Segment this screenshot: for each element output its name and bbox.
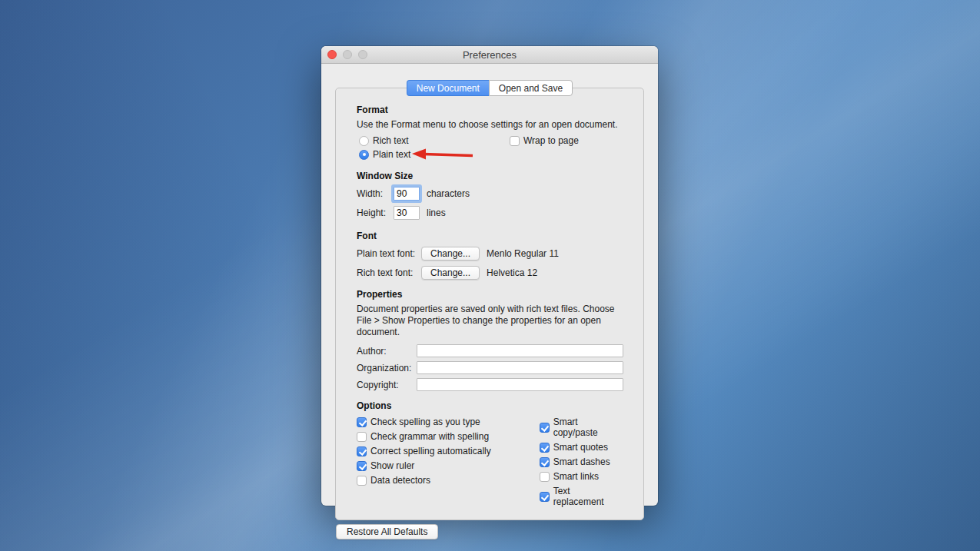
tab-new-document[interactable]: New Document [407,80,489,96]
text-replacement-label: Text replacement [553,486,623,507]
data-detectors-label: Data detectors [370,475,430,486]
checkbox-icon[interactable] [540,423,550,433]
organization-input[interactable] [417,361,623,374]
width-input[interactable] [394,187,420,201]
radio-rich-text[interactable]: Rich text [359,135,510,146]
options-columns: Check spelling as you type Check grammar… [357,417,623,507]
change-rich-font-button[interactable]: Change... [421,266,480,280]
properties-description: Document properties are saved only with … [357,304,623,338]
wrap-to-page-checkbox-icon[interactable] [510,136,520,146]
window-title: Preferences [321,46,658,63]
width-label: Width: [357,188,394,199]
copyright-label: Copyright: [357,380,417,390]
correct-spelling-label: Correct spelling automatically [370,446,491,456]
checkbox-icon[interactable] [540,472,550,482]
checkbox-icon[interactable] [540,443,550,453]
check-spelling-label: Check spelling as you type [370,417,480,427]
plain-font-row: Plain text font: Change... Menlo Regular… [357,247,623,261]
checkbox-icon[interactable] [357,461,367,471]
rich-font-row: Rich text font: Change... Helvetica 12 [357,266,623,280]
height-input[interactable] [394,206,420,220]
plain-font-label: Plain text font: [357,248,421,259]
minimize-button [343,50,352,59]
checkbox-smart-links[interactable]: Smart links [540,471,623,482]
format-description: Use the Format menu to choose settings f… [357,119,623,131]
plain-text-label: Plain text [373,149,410,160]
annotation-arrow-icon [411,148,476,161]
checkbox-text-replacement[interactable]: Text replacement [540,486,623,507]
height-label: Height: [357,207,394,218]
check-grammar-label: Check grammar with spelling [370,431,489,442]
checkbox-correct-spelling[interactable]: Correct spelling automatically [357,446,540,456]
properties-heading: Properties [357,289,623,300]
options-heading: Options [357,400,623,411]
organization-row: Organization: [357,361,623,374]
checkbox-smart-quotes[interactable]: Smart quotes [540,442,623,453]
zoom-button [358,50,367,59]
titlebar[interactable]: Preferences [321,46,658,64]
rich-text-radio-icon[interactable] [359,136,369,146]
checkbox-data-detectors[interactable]: Data detectors [357,475,540,486]
wrap-to-page-label: Wrap to page [523,135,579,146]
tab-open-and-save[interactable]: Open and Save [489,80,573,96]
height-unit-label: lines [427,207,446,218]
close-button[interactable] [327,50,337,59]
rich-font-value: Helvetica 12 [487,267,537,278]
format-controls: Rich text Wrap to page Plain text [359,135,623,160]
rich-font-label: Rich text font: [357,267,421,278]
copyright-input[interactable] [417,378,623,391]
options-right-column: Smart copy/paste Smart quotes Smart dash… [540,417,623,507]
smart-dashes-label: Smart dashes [553,456,610,467]
checkbox-icon[interactable] [357,417,367,427]
plain-font-value: Menlo Regular 11 [487,248,559,259]
format-heading: Format [357,105,623,115]
copyright-row: Copyright: [357,378,623,391]
author-row: Author: [357,344,623,357]
checkbox-check-grammar[interactable]: Check grammar with spelling [357,431,540,442]
rich-text-label: Rich text [373,135,409,146]
window-size-heading: Window Size [357,171,623,181]
smart-copy-paste-label: Smart copy/paste [553,417,623,438]
checkbox-icon[interactable] [357,446,367,456]
width-unit-label: characters [427,188,470,199]
checkbox-icon[interactable] [540,457,550,467]
height-row: Height: lines [357,206,623,220]
checkbox-show-ruler[interactable]: Show ruler [357,460,540,471]
traffic-lights [327,50,367,59]
settings-panel: Format Use the Format menu to choose set… [335,88,644,520]
smart-quotes-label: Smart quotes [553,442,608,453]
restore-defaults-button[interactable]: Restore All Defaults [336,524,438,539]
width-row: Width: characters [357,187,623,201]
author-label: Author: [357,346,417,357]
organization-label: Organization: [357,363,417,373]
checkbox-smart-copy-paste[interactable]: Smart copy/paste [540,417,623,438]
radio-plain-text[interactable]: Plain text [359,149,510,160]
checkbox-icon[interactable] [357,476,367,486]
tab-bar: New Document Open and Save [321,80,658,96]
checkbox-icon[interactable] [357,432,367,442]
checkbox-smart-dashes[interactable]: Smart dashes [540,456,623,467]
checkbox-check-spelling[interactable]: Check spelling as you type [357,417,540,427]
smart-links-label: Smart links [553,471,599,482]
author-input[interactable] [417,344,623,357]
checkbox-icon[interactable] [540,492,550,502]
checkbox-wrap-to-page[interactable]: Wrap to page [510,135,623,146]
plain-text-radio-icon[interactable] [359,150,369,160]
preferences-window: Preferences New Document Open and Save F… [321,46,658,506]
change-plain-font-button[interactable]: Change... [421,247,480,261]
show-ruler-label: Show ruler [370,460,414,471]
font-heading: Font [357,231,623,241]
options-left-column: Check spelling as you type Check grammar… [357,417,540,507]
